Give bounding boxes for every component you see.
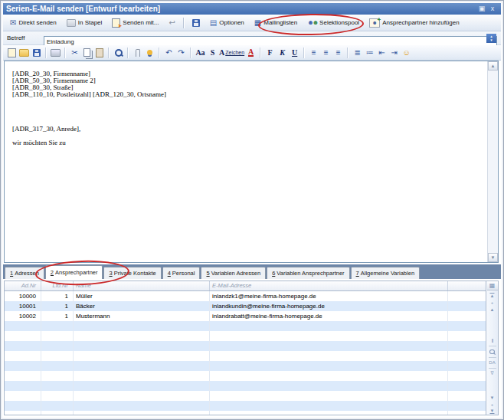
empty-table-row[interactable] [5, 321, 486, 331]
optionen-button[interactable]: ▤ Optionen [206, 17, 248, 29]
table-row[interactable]: 10002 1 Mustermann inlandrabatt@meine-fi… [5, 311, 486, 321]
save-draft-button[interactable] [188, 17, 204, 29]
empty-cell [5, 361, 41, 371]
optionen-label: Optionen [219, 19, 244, 26]
smiley-button[interactable]: ☺ [401, 47, 412, 59]
save-button[interactable] [31, 47, 42, 59]
empty-cell [448, 321, 486, 331]
editor-line [12, 112, 484, 119]
empty-cell [5, 351, 41, 361]
tab-variablen-ansprechpartner[interactable]: 6Variablen Ansprechpartner [267, 267, 349, 279]
page-down-icon[interactable]: + [486, 402, 498, 409]
printer-icon [51, 49, 61, 57]
close-window-button[interactable]: x [487, 4, 498, 14]
align-right-button[interactable]: ≡ [332, 47, 344, 59]
table-row[interactable]: 10001 1 Bäcker inlandkundin@meine-firma-… [5, 301, 486, 311]
open-button[interactable] [18, 47, 30, 59]
empty-table-row[interactable] [5, 411, 486, 415]
font-color-button[interactable]: A [245, 47, 257, 59]
first-record-icon[interactable]: ▲ [486, 293, 498, 300]
next-record-icon[interactable]: ▼ [486, 395, 498, 402]
empty-table-row[interactable] [5, 331, 486, 341]
tab-private-kontakte[interactable]: 3Private Kontakte [103, 267, 161, 279]
redo-button[interactable]: ↷ [175, 47, 187, 59]
attach-button[interactable] [132, 47, 143, 59]
align-center-button[interactable]: ≡ [320, 47, 332, 59]
empty-table-row[interactable] [5, 341, 486, 351]
font-size-button[interactable]: S [207, 47, 218, 59]
copy-icon [83, 48, 90, 57]
col-lfdnr[interactable]: Lfd.Nr [41, 281, 74, 290]
subject-combo-button[interactable]: ▴ ▾ [486, 34, 496, 43]
cut-button[interactable]: ✂ [69, 47, 80, 59]
search-icon[interactable] [489, 349, 495, 355]
empty-cell [5, 381, 41, 391]
empty-table-row[interactable] [5, 361, 486, 371]
empty-cell [41, 361, 74, 371]
page-up-icon[interactable]: + [486, 300, 498, 307]
empty-cell [210, 401, 448, 411]
smiley-icon: ☺ [403, 48, 411, 57]
sort-icon[interactable]: DA [486, 359, 498, 366]
tab-adressen[interactable]: 1Adressen [5, 267, 44, 279]
tab-variablen-adressen[interactable]: 5Variablen Adressen [201, 267, 266, 279]
empty-table-row[interactable] [5, 351, 486, 361]
cell-email: inlandzk1@meine-firma-homepage.de [210, 291, 448, 301]
editor-body[interactable]: [ADR_20_30, Firmenname] [ADR_50_30, Firm… [5, 61, 487, 262]
grid-menu-button[interactable]: ▦ [487, 281, 498, 290]
empty-table-row[interactable] [5, 381, 486, 391]
font-button[interactable]: Aa [195, 47, 206, 59]
selektionspool-button[interactable]: ☻☻ Selektionspool [303, 17, 363, 28]
char-a-icon: A [219, 48, 224, 57]
tab-personal[interactable]: 4Personal [162, 267, 201, 279]
mailinglisten-button[interactable]: ▦ Mailinglisten [250, 17, 301, 29]
bullet-list-button[interactable]: ≔ [364, 47, 375, 59]
in-stapel-button[interactable]: In Stapel [63, 17, 106, 29]
empty-table-row[interactable] [5, 391, 486, 401]
empty-table-row[interactable] [5, 371, 486, 381]
zoom-button[interactable] [113, 47, 124, 59]
outdent-button[interactable]: ⇤ [376, 47, 388, 59]
align-left-button[interactable]: ≡ [308, 47, 319, 59]
char-format-button[interactable]: A Zeichen [219, 47, 244, 59]
italic-button[interactable]: K [277, 47, 288, 59]
empty-cell [210, 391, 448, 401]
col-adnr[interactable]: Ad.Nr [5, 281, 41, 290]
tab-label: Ansprechpartner [55, 269, 97, 276]
tab-accelerator: 7 [356, 270, 359, 277]
copy-button[interactable] [81, 47, 93, 59]
scroll-down-icon[interactable]: ▼ [488, 253, 498, 262]
filter-icon[interactable]: ∇ [486, 370, 498, 377]
col-name[interactable]: Name [74, 281, 210, 290]
numbered-list-button[interactable]: ≣ [352, 47, 363, 59]
print-button[interactable] [50, 47, 61, 59]
new-button[interactable] [6, 47, 18, 59]
direkt-senden-button[interactable]: ✉ Direkt senden [6, 17, 61, 29]
stamp-button[interactable] [144, 47, 155, 59]
bold-button[interactable]: F [264, 47, 276, 59]
paste-icon [96, 48, 103, 57]
empty-table-row[interactable] [5, 401, 486, 411]
send-back-button[interactable]: ↩ [165, 17, 178, 29]
underline-button[interactable]: U [289, 47, 300, 59]
magnifier-icon [115, 49, 123, 57]
senden-mit-button[interactable]: ➤ Senden mit... [108, 16, 162, 30]
col-email[interactable]: E-Mail-Adresse [210, 281, 448, 290]
restore-window-button[interactable]: ▣ [476, 4, 487, 14]
undo-button[interactable]: ↶ [163, 47, 175, 59]
tab-allgemeine-variablen[interactable]: 7Allgemeine Variablen [351, 267, 421, 279]
columns-icon[interactable]: ||| [486, 337, 498, 344]
tab-ansprechpartner[interactable]: 2Ansprechpartner [45, 265, 103, 279]
scroll-up-icon[interactable]: ▲ [488, 61, 498, 71]
indent-button[interactable]: ⇥ [388, 47, 400, 59]
empty-cell [41, 351, 74, 361]
editor-scrollbar[interactable]: ▲ ▼ [487, 61, 498, 262]
ansprechpartner-hinzufuegen-button[interactable]: ☻+ Ansprechpartner hinzufügen [365, 16, 463, 30]
paste-button[interactable] [93, 47, 105, 59]
cell-name: Mustermann [74, 311, 210, 321]
table-row[interactable]: 10000 1 Müller inlandzk1@meine-firma-hom… [5, 291, 486, 301]
prior-record-icon[interactable]: ▲ [486, 307, 498, 313]
ansprechpartner-hinzufuegen-label: Ansprechpartner hinzufügen [382, 19, 460, 26]
numbered-list-icon: ≣ [354, 48, 360, 57]
last-record-icon[interactable]: ▼ [486, 408, 498, 415]
